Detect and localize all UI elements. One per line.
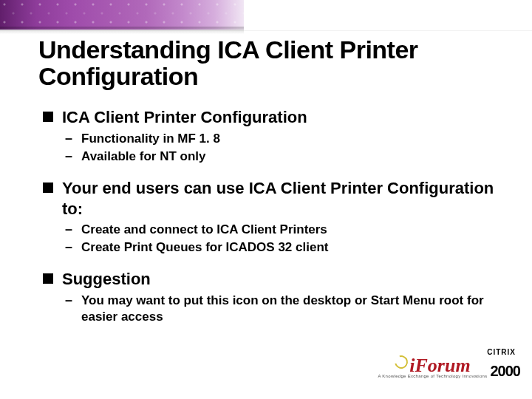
list-item: Your end users can use ICA Client Printe… (43, 178, 511, 256)
logo-year: 2000 (491, 364, 521, 378)
bullet-text: ICA Client Printer Configuration (62, 107, 511, 128)
logo-tagline: A Knowledge Exchange of Technology Innov… (378, 374, 487, 378)
logo-product-rest: Forum (415, 355, 470, 376)
slide-title: Understanding ICA Client Printer Configu… (38, 37, 511, 89)
list-item: Suggestion You may want to put this icon… (43, 269, 511, 325)
sub-bullet-list: Functionality in MF 1. 8 Available for N… (65, 131, 511, 165)
bullet-text: Suggestion (62, 269, 511, 290)
list-item: Create Print Queues for ICADOS 32 client (65, 239, 511, 256)
list-item: Available for NT only (65, 149, 511, 165)
decorative-header-band (0, 0, 244, 30)
sub-bullet-text: Create Print Queues for ICADOS 32 client (81, 239, 511, 256)
sub-bullet-text: Available for NT only (81, 149, 511, 165)
swirl-icon (392, 353, 411, 372)
sub-bullet-list: You may want to put this icon on the des… (65, 293, 511, 325)
bullet-list: ICA Client Printer Configuration Functio… (43, 107, 511, 325)
list-item: ICA Client Printer Configuration Functio… (43, 107, 511, 165)
logo-product: iForum (395, 356, 470, 375)
list-item: Create and connect to ICA Client Printer… (65, 222, 511, 238)
sub-bullet-text: Create and connect to ICA Client Printer… (81, 222, 511, 238)
header-rule (0, 30, 532, 31)
footer-logo: CITRIX iForum A Knowledge Exchange of Te… (372, 349, 520, 393)
slide-content: Understanding ICA Client Printer Configu… (38, 37, 511, 338)
sub-bullet-text: You may want to put this icon on the des… (81, 293, 511, 325)
logo-product-block: iForum A Knowledge Exchange of Technolog… (378, 356, 487, 378)
list-item: You may want to put this icon on the des… (65, 293, 511, 325)
bullet-text: Your end users can use ICA Client Printe… (62, 178, 511, 219)
sub-bullet-text: Functionality in MF 1. 8 (81, 131, 511, 147)
logo-row: iForum A Knowledge Exchange of Technolog… (372, 356, 520, 378)
sub-bullet-list: Create and connect to ICA Client Printer… (65, 222, 511, 256)
list-item: Functionality in MF 1. 8 (65, 131, 511, 147)
